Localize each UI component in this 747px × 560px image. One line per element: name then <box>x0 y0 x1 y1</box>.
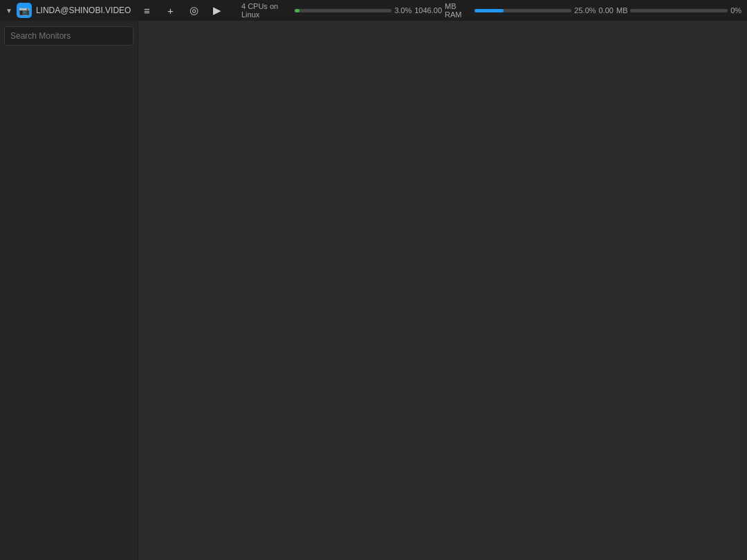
add-button[interactable]: + <box>163 1 178 19</box>
ram-bar-container <box>474 9 572 12</box>
main-layout <box>0 21 747 560</box>
disk-percent: 25.0% <box>574 6 596 15</box>
disk-unit: MB <box>616 6 628 15</box>
cpu-bar-container <box>295 9 392 12</box>
camera-icon: 📷 <box>17 3 32 18</box>
sidebar <box>0 21 138 560</box>
cpu-percent: 3.0% <box>394 6 412 15</box>
ram-unit: MB RAM <box>445 2 472 19</box>
navbar: ▼ 📷 LINDA@SHINOBI.VIDEO ≡ + ◎ ▶ 4 CPUs o… <box>0 0 747 21</box>
ram-value: 1046.00 <box>414 6 442 15</box>
cpu-label: 4 CPUs on Linux <box>241 2 292 19</box>
search-monitors-input[interactable] <box>4 26 133 46</box>
ram-bar <box>474 9 504 12</box>
brand-name: LINDA@SHINOBI.VIDEO <box>36 6 131 15</box>
cpu-bar <box>295 9 299 12</box>
main-content <box>138 21 747 560</box>
menu-icon: ≡ <box>144 5 150 17</box>
disk-percent2: 0% <box>730 6 741 15</box>
disk-value: 0.00 <box>599 6 614 15</box>
chevron-down-icon: ▼ <box>6 7 12 15</box>
nav-brand[interactable]: ▼ 📷 LINDA@SHINOBI.VIDEO <box>6 3 131 18</box>
disk-bar-container <box>630 9 728 12</box>
menu-button[interactable]: ≡ <box>139 1 154 19</box>
video-button[interactable]: ▶ <box>210 1 225 19</box>
location-button[interactable]: ◎ <box>186 1 201 19</box>
add-icon: + <box>167 5 174 17</box>
video-icon: ▶ <box>213 4 221 17</box>
location-icon: ◎ <box>190 4 199 17</box>
stats-area: 4 CPUs on Linux 3.0% 1046.00 MB RAM 25.0… <box>241 2 741 19</box>
